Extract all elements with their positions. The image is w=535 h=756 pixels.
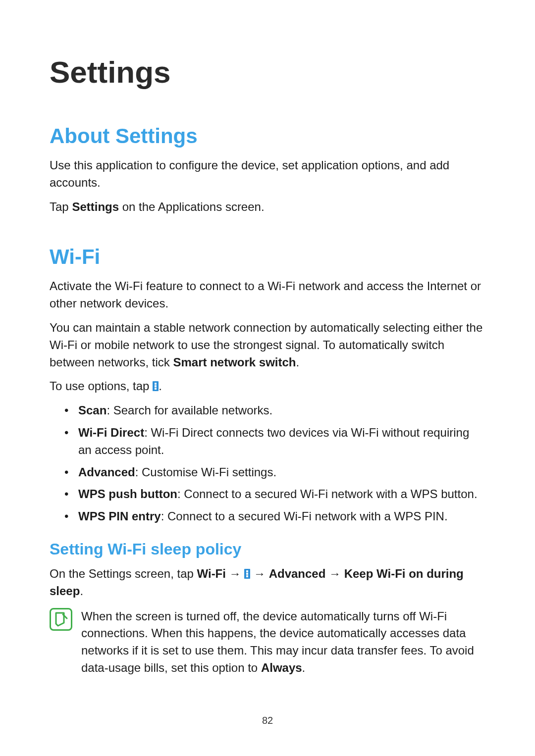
arrow: → (250, 567, 268, 580)
list-item: WPS PIN entry: Connect to a secured Wi-F… (64, 508, 485, 525)
text: on the Applications screen. (119, 200, 265, 213)
about-para-2: Tap Settings on the Applications screen. (50, 199, 485, 216)
bold-text: Settings (72, 200, 119, 213)
page-number: 82 (0, 715, 535, 726)
arrow: → (325, 567, 344, 580)
text: On the Settings screen, tap (50, 567, 197, 580)
page-content: Settings About Settings Use this applica… (0, 0, 535, 677)
list-item: Advanced: Customise Wi-Fi settings. (64, 464, 485, 481)
about-para-1: Use this application to configure the de… (50, 157, 485, 192)
option-label: WPS push button (78, 487, 177, 501)
arrow: → (226, 567, 244, 580)
text: . (80, 584, 83, 598)
bold-text: Wi-Fi (197, 567, 226, 580)
note-icon (50, 608, 72, 631)
section-heading-about: About Settings (50, 124, 485, 148)
list-item: WPS push button: Connect to a secured Wi… (64, 486, 485, 503)
option-desc: : Search for available networks. (107, 403, 272, 417)
option-label: Wi-Fi Direct (78, 426, 144, 439)
option-label: Scan (78, 403, 107, 417)
option-label: WPS PIN entry (78, 509, 161, 523)
option-label: Advanced (78, 465, 135, 479)
note-text: When the screen is turned off, the devic… (81, 608, 485, 677)
subsection-heading-sleep-policy: Setting Wi-Fi sleep policy (50, 540, 485, 558)
wifi-para-1: Activate the Wi-Fi feature to connect to… (50, 278, 485, 312)
bold-text: Always (261, 661, 302, 674)
option-desc: : Connect to a secured Wi-Fi network wit… (177, 487, 478, 501)
section-heading-wifi: Wi-Fi (50, 245, 485, 269)
wifi-para-3: To use options, tap . (50, 378, 485, 395)
text: . (159, 379, 162, 393)
page-title: Settings (50, 54, 485, 90)
more-options-icon (153, 381, 159, 391)
option-desc: : Customise Wi-Fi settings. (135, 465, 276, 479)
text: To use options, tap (50, 379, 153, 393)
more-options-icon (244, 569, 250, 579)
wifi-options-list: Scan: Search for available networks. Wi-… (50, 402, 485, 525)
text: Tap (50, 200, 72, 213)
wifi-para-2: You can maintain a stable network connec… (50, 319, 485, 371)
list-item: Scan: Search for available networks. (64, 402, 485, 419)
option-desc: : Connect to a secured Wi-Fi network wit… (161, 509, 448, 523)
sleep-nav-para: On the Settings screen, tap Wi-Fi → → Ad… (50, 565, 485, 600)
text: . (302, 661, 306, 674)
list-item: Wi-Fi Direct: Wi-Fi Direct connects two … (64, 424, 485, 459)
note-block: When the screen is turned off, the devic… (50, 608, 485, 677)
text: . (296, 355, 300, 369)
bold-text: Advanced (269, 567, 326, 580)
bold-text: Smart network switch (173, 355, 296, 369)
